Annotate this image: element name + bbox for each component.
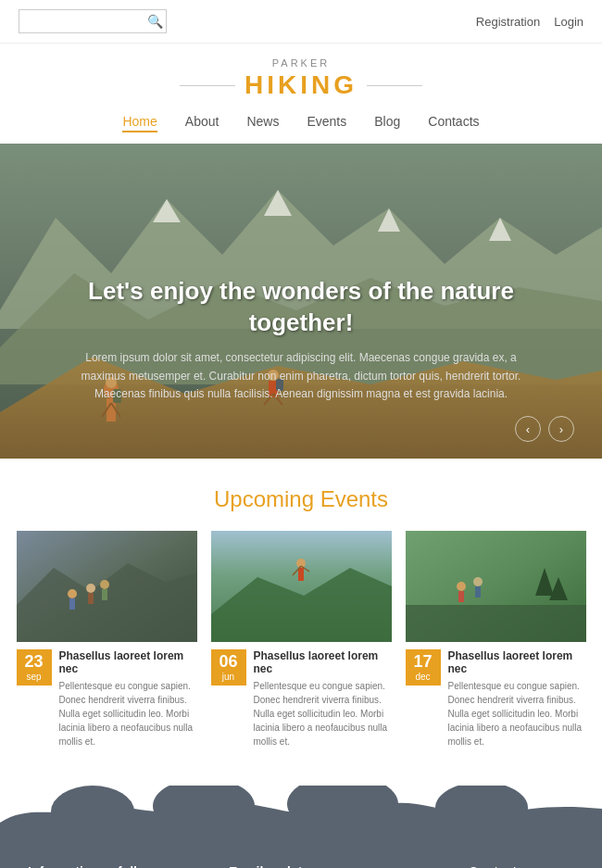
svg-point-21 <box>68 589 77 598</box>
event-meta-2: 06 jun Phasellus laoreet lorem nec Pelle… <box>211 649 392 748</box>
nav: Home About News Events Blog Contacts <box>0 107 602 144</box>
footer-col-follow: follow us f t ∿ <box>118 864 210 868</box>
nav-item-about[interactable]: About <box>185 114 219 132</box>
footer-columns: Information About News Events Blog Conta… <box>28 864 574 868</box>
svg-point-25 <box>100 580 109 589</box>
svg-rect-24 <box>88 593 94 604</box>
svg-point-37 <box>457 582 466 591</box>
event-month-3: dec <box>408 672 439 682</box>
logo-line-wrap: HIKING <box>0 70 602 100</box>
event-title-1: Phasellus laoreet lorem nec <box>59 649 197 675</box>
logo-line-left <box>180 85 235 86</box>
event-image-1 <box>17 531 197 642</box>
search-box[interactable]: 🔍 <box>19 9 167 33</box>
events-title: Upcoming Events <box>19 486 583 512</box>
event-img-svg-1 <box>17 531 197 642</box>
event-title-3: Phasellus laoreet lorem nec <box>448 649 586 675</box>
hero-title: Let's enjoy the wonders of the nature to… <box>74 276 528 339</box>
logo-area: PARKER HIKING <box>0 44 602 107</box>
search-icon[interactable]: 🔍 <box>147 14 163 29</box>
footer-contact-title: Contact us <box>469 864 574 868</box>
footer-col-contact: Contact us Tel 1:+1 234 567 8767 Tel 2:+… <box>469 864 574 868</box>
event-month-1: sep <box>19 672 50 682</box>
event-desc-2: Pellentesque eu congue sapien. Donec hen… <box>254 679 392 748</box>
hero-prev-button[interactable]: ‹ <box>515 416 541 442</box>
svg-rect-30 <box>298 568 304 581</box>
login-link[interactable]: Login <box>554 15 583 29</box>
svg-point-23 <box>86 584 95 593</box>
svg-rect-38 <box>458 591 464 602</box>
logo-parker: PARKER <box>0 57 602 69</box>
event-image-2 <box>211 531 392 642</box>
wave-svg <box>0 786 602 841</box>
header-links: Registration Login <box>476 15 583 29</box>
event-date-2: 06 jun <box>211 649 246 686</box>
hero-text: Lorem ipsum dolor sit amet, consectetur … <box>74 349 528 403</box>
event-day-1: 23 <box>19 653 50 672</box>
event-title-2: Phasellus laoreet lorem nec <box>254 649 392 675</box>
event-day-2: 06 <box>213 653 245 672</box>
nav-item-home[interactable]: Home <box>122 114 157 132</box>
svg-point-42 <box>51 786 134 837</box>
header: 🔍 Registration Login <box>0 0 602 44</box>
footer: Information About News Events Blog Conta… <box>0 841 602 868</box>
events-grid: 23 sep Phasellus laoreet lorem nec Pelle… <box>19 531 583 748</box>
event-card-2: 06 jun Phasellus laoreet lorem nec Pelle… <box>211 531 392 748</box>
event-img-svg-3 <box>406 531 586 642</box>
event-month-2: jun <box>213 672 245 682</box>
svg-rect-40 <box>475 586 481 598</box>
event-date-3: 17 dec <box>406 649 441 686</box>
hero-content: Let's enjoy the wonders of the nature to… <box>0 276 602 403</box>
hero-section: Let's enjoy the wonders of the nature to… <box>0 144 602 459</box>
nav-item-blog[interactable]: Blog <box>374 114 400 132</box>
event-day-3: 17 <box>408 653 439 672</box>
footer-col-email: Email updates Curabitur justo augue, eui… <box>229 864 450 868</box>
footer-col-information: Information About News Events Blog Conta… <box>28 864 99 868</box>
event-meta-1: 23 sep Phasellus laoreet lorem nec Pelle… <box>17 649 197 748</box>
event-meta-3: 17 dec Phasellus laoreet lorem nec Pelle… <box>406 649 586 748</box>
footer-follow-title: follow us <box>118 864 210 868</box>
logo-line-right <box>367 85 422 86</box>
svg-rect-22 <box>69 598 75 610</box>
event-info-2: Phasellus laoreet lorem nec Pellentesque… <box>254 649 392 748</box>
footer-information-title: Information <box>28 864 99 868</box>
events-section: Upcoming Events <box>0 459 602 786</box>
footer-wave <box>0 786 602 841</box>
event-date-1: 23 sep <box>17 649 52 686</box>
footer-email-title: Email updates <box>229 864 450 868</box>
svg-point-39 <box>473 577 483 586</box>
event-desc-1: Pellentesque eu congue sapien. Donec hen… <box>59 679 197 748</box>
registration-link[interactable]: Registration <box>476 15 540 29</box>
svg-rect-26 <box>102 589 107 600</box>
hero-nav-buttons: ‹ › <box>515 416 574 442</box>
event-image-3 <box>406 531 586 642</box>
logo-hiking: HIKING <box>245 70 357 100</box>
nav-item-events[interactable]: Events <box>307 114 346 132</box>
event-card-3: 17 dec Phasellus laoreet lorem nec Pelle… <box>406 531 586 748</box>
nav-item-news[interactable]: News <box>246 114 279 132</box>
event-info-3: Phasellus laoreet lorem nec Pellentesque… <box>448 649 586 748</box>
nav-item-contacts[interactable]: Contacts <box>428 114 479 132</box>
hero-next-button[interactable]: › <box>548 416 574 442</box>
event-card-1: 23 sep Phasellus laoreet lorem nec Pelle… <box>17 531 197 748</box>
event-img-svg-2 <box>211 531 392 642</box>
event-info-1: Phasellus laoreet lorem nec Pellentesque… <box>59 649 197 748</box>
event-desc-3: Pellentesque eu congue sapien. Donec hen… <box>448 679 586 748</box>
search-input[interactable] <box>27 15 147 29</box>
svg-rect-34 <box>406 605 586 642</box>
